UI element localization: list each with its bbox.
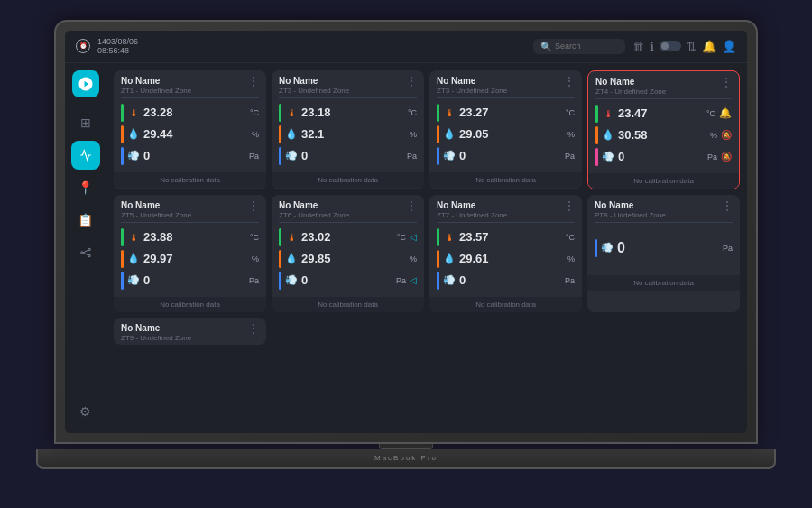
- datetime-display: 1403/08/06 08:56:48: [97, 37, 138, 55]
- search-input[interactable]: [555, 42, 618, 51]
- press-row-zt7: 💨 0 Pa: [437, 270, 575, 291]
- card-title-pt8: No Name: [595, 200, 666, 210]
- press-bar-zt3: [437, 147, 439, 165]
- laptop-base: MacBook Pro: [36, 449, 776, 469]
- temp-row-zt7: 🌡 23.57 °C: [437, 226, 575, 248]
- temp-unit-zt5: °C: [250, 233, 259, 242]
- card-title-zt6: No Name: [279, 200, 349, 210]
- temp-bar-zt5: [121, 228, 124, 246]
- hum-bar-zt6: [279, 250, 281, 268]
- hum-value-zt6: 29.85: [301, 252, 406, 265]
- temp-unit-zt7: °C: [566, 233, 575, 242]
- card-title-zt2: No Name: [279, 76, 349, 86]
- temp-unit-zt1: °C: [250, 108, 259, 117]
- card-subtitle-zt9: ZT9 - Undefined Zone: [121, 334, 191, 342]
- sidebar-item-nodes[interactable]: [71, 238, 100, 267]
- sensor-card-zt7: No Name ZT7 - Undefined Zone ⋮ 🌡: [429, 195, 582, 312]
- temp-unit-zt6: °C: [397, 233, 406, 242]
- temp-icon-zt3: 🌡: [443, 107, 456, 118]
- sensor-grid: No Name ZT1 - Undefined Zone ⋮ 🌡: [106, 63, 747, 433]
- card-subtitle-zt1: ZT1 - Undefined Zone: [121, 87, 191, 95]
- press-row-zt5: 💨 0 Pa: [121, 270, 259, 291]
- card-footer-zt5: No calibration data: [114, 297, 266, 312]
- hum-value-zt4: 30.58: [618, 128, 706, 142]
- card-menu-zt1[interactable]: ⋮: [248, 76, 259, 87]
- press-value-zt6: 0: [301, 273, 392, 287]
- hum-icon-zt4: 💧: [602, 129, 614, 141]
- card-subtitle-zt7: ZT7 - Undefined Zone: [437, 211, 507, 219]
- svg-line-3: [83, 250, 88, 253]
- press-unit-zt2: Pa: [407, 152, 417, 161]
- hum-row-zt1: 💧 29.44 %: [121, 124, 259, 145]
- card-menu-zt3[interactable]: ⋮: [564, 76, 575, 87]
- header-actions: 🗑 ℹ ⇅ 🔔 👤: [632, 40, 736, 53]
- hum-row-zt7: 💧 29.61 %: [437, 248, 575, 270]
- temp-icon-zt7: 🌡: [443, 232, 456, 243]
- sidebar-item-chart[interactable]: [71, 141, 100, 170]
- temp-bar-zt6: [279, 228, 281, 246]
- card-menu-zt7[interactable]: ⋮: [564, 200, 575, 211]
- press-row-zt3: 💨 0 Pa: [437, 145, 575, 167]
- temp-bar-zt3: [437, 104, 439, 122]
- temp-unit-zt3: °C: [566, 108, 575, 117]
- hum-value-zt5: 29.97: [143, 252, 248, 265]
- hum-row-zt4: 💧 30.58 % 🔕: [595, 125, 732, 146]
- press-icon-zt1: 💨: [127, 150, 140, 162]
- press-unit-zt5: Pa: [249, 276, 259, 285]
- sidebar-item-settings[interactable]: ⚙: [71, 397, 100, 426]
- temp-value-zt3: 23.27: [459, 106, 562, 119]
- card-menu-zt4[interactable]: ⋮: [721, 77, 732, 88]
- trash-icon[interactable]: 🗑: [632, 40, 644, 53]
- temp-icon-zt5: 🌡: [127, 232, 140, 243]
- press-bar-zt4: [595, 148, 598, 166]
- card-footer-zt6: No calibration data: [272, 297, 424, 312]
- press-icon-zt7: 💨: [443, 274, 456, 286]
- card-footer-zt7: No calibration data: [429, 297, 582, 312]
- press-row-zt4: 💨 0 Pa 🔕: [595, 146, 732, 168]
- temp-arrow-zt6: ◁: [410, 232, 417, 242]
- sensor-card-zt5: No Name ZT5 - Undefined Zone ⋮ 🌡: [114, 195, 266, 312]
- sidebar-item-location[interactable]: 📍: [71, 173, 100, 202]
- temp-bar-zt2: [279, 104, 281, 122]
- temp-value-zt5: 23.88: [143, 230, 246, 244]
- hum-row-zt2: 💧 32.1 %: [279, 124, 417, 145]
- temp-value-zt7: 23.57: [459, 230, 562, 244]
- temp-row-zt5: 🌡 23.88 °C: [121, 226, 259, 248]
- temp-value-zt2: 23.18: [301, 106, 404, 119]
- sensor-card-zt4: No Name ZT4 - Undefined Zone ⋮ 🌡: [587, 70, 740, 189]
- hum-row-zt6: 💧 29.85 %: [279, 248, 417, 270]
- card-menu-zt5[interactable]: ⋮: [248, 200, 259, 211]
- hum-unit-zt2: %: [410, 130, 417, 139]
- sidebar: ⊞ 📍 📋 ⚙: [65, 63, 106, 433]
- press-value-zt5: 0: [143, 273, 245, 287]
- theme-toggle[interactable]: [660, 41, 681, 51]
- sidebar-item-doc[interactable]: 📋: [71, 206, 100, 235]
- card-subtitle-zt3: ZT3 - Undefined Zone: [437, 87, 507, 95]
- card-menu-pt8[interactable]: ⋮: [722, 200, 733, 211]
- press-bar-zt6: [279, 272, 281, 290]
- info-icon[interactable]: ℹ: [650, 40, 654, 53]
- temp-icon-zt6: 🌡: [285, 232, 298, 243]
- hum-unit-zt3: %: [567, 130, 575, 139]
- hum-icon-zt1: 💧: [127, 128, 140, 140]
- hum-bar-zt5: [121, 250, 124, 268]
- card-subtitle-zt5: ZT5 - Undefined Zone: [121, 211, 191, 219]
- hum-unit-zt5: %: [252, 254, 259, 263]
- sidebar-item-grid[interactable]: ⊞: [71, 108, 100, 137]
- temp-row-zt1: 🌡 23.28 °C: [121, 102, 259, 124]
- app-logo: [72, 70, 99, 97]
- card-footer-zt4: No calibration data: [588, 173, 739, 189]
- bell-icon[interactable]: 🔔: [702, 40, 716, 53]
- card-menu-zt9[interactable]: ⋮: [248, 323, 259, 334]
- user-icon[interactable]: 👤: [722, 40, 736, 53]
- card-menu-zt2[interactable]: ⋮: [406, 76, 417, 87]
- press-unit-zt6: Pa: [396, 276, 406, 285]
- card-footer-zt1: No calibration data: [114, 172, 266, 188]
- hum-unit-zt7: %: [567, 254, 575, 263]
- card-menu-zt6[interactable]: ⋮: [406, 200, 417, 211]
- card-title-zt3: No Name: [437, 76, 507, 86]
- search-bar[interactable]: 🔍: [533, 39, 625, 54]
- sort-icon[interactable]: ⇅: [687, 40, 697, 53]
- temp-value-zt4: 23.47: [618, 106, 703, 120]
- press-value-zt7: 0: [459, 273, 561, 287]
